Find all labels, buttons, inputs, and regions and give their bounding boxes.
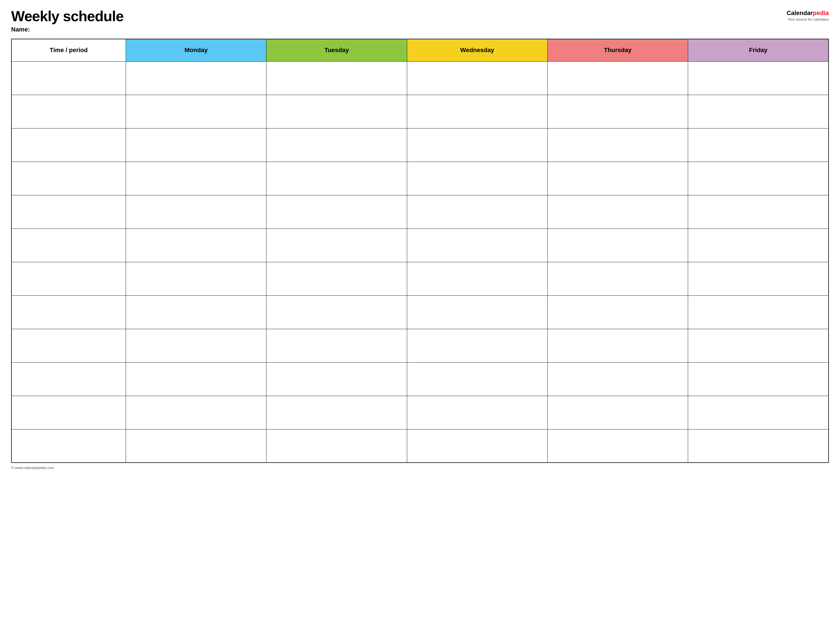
table-cell[interactable] — [547, 195, 688, 229]
col-friday: Friday — [688, 39, 829, 61]
table-cell[interactable] — [407, 362, 547, 396]
table-cell[interactable] — [126, 95, 266, 128]
table-cell[interactable] — [688, 229, 829, 262]
col-time-period: Time / period — [11, 39, 126, 61]
table-cell[interactable] — [11, 195, 126, 229]
table-cell[interactable] — [407, 329, 547, 362]
table-cell[interactable] — [547, 362, 688, 396]
table-cell[interactable] — [267, 61, 407, 95]
table-cell[interactable] — [11, 229, 126, 262]
table-row — [11, 195, 829, 229]
table-cell[interactable] — [407, 262, 547, 295]
table-cell[interactable] — [407, 429, 547, 463]
page-title: Weekly schedule — [11, 8, 123, 24]
table-cell[interactable] — [688, 162, 829, 195]
table-cell[interactable] — [267, 229, 407, 262]
table-cell[interactable] — [126, 295, 266, 329]
table-cell[interactable] — [407, 195, 547, 229]
table-cell[interactable] — [11, 396, 126, 429]
logo-red-text: pedia — [813, 9, 829, 16]
table-cell[interactable] — [126, 128, 266, 162]
table-cell[interactable] — [547, 429, 688, 463]
table-cell[interactable] — [11, 95, 126, 128]
table-row — [11, 362, 829, 396]
table-cell[interactable] — [407, 95, 547, 128]
table-cell[interactable] — [547, 396, 688, 429]
table-cell[interactable] — [547, 162, 688, 195]
table-cell[interactable] — [11, 362, 126, 396]
table-row — [11, 162, 829, 195]
col-monday: Monday — [126, 39, 266, 61]
table-cell[interactable] — [126, 429, 266, 463]
table-cell[interactable] — [547, 95, 688, 128]
col-wednesday: Wednesday — [407, 39, 547, 61]
table-cell[interactable] — [547, 61, 688, 95]
table-cell[interactable] — [126, 262, 266, 295]
footer-url: © www.calendarpedia.com — [11, 466, 54, 470]
page-header: Weekly schedule Name: Calendarpedia Your… — [11, 8, 829, 33]
name-label: Name: — [11, 26, 123, 33]
table-cell[interactable] — [267, 95, 407, 128]
table-row — [11, 262, 829, 295]
table-cell[interactable] — [688, 195, 829, 229]
table-cell[interactable] — [407, 162, 547, 195]
table-cell[interactable] — [407, 128, 547, 162]
table-cell[interactable] — [407, 61, 547, 95]
table-cell[interactable] — [126, 396, 266, 429]
table-row — [11, 95, 829, 128]
table-cell[interactable] — [11, 128, 126, 162]
table-cell[interactable] — [11, 295, 126, 329]
table-cell[interactable] — [267, 396, 407, 429]
table-cell[interactable] — [688, 128, 829, 162]
table-row — [11, 295, 829, 329]
table-cell[interactable] — [11, 61, 126, 95]
table-cell[interactable] — [547, 229, 688, 262]
logo-area: Calendarpedia Your source for calendars — [786, 9, 829, 22]
table-cell[interactable] — [267, 195, 407, 229]
table-cell[interactable] — [688, 61, 829, 95]
table-cell[interactable] — [407, 229, 547, 262]
table-cell[interactable] — [547, 128, 688, 162]
table-body — [11, 61, 829, 463]
table-cell[interactable] — [267, 295, 407, 329]
table-cell[interactable] — [11, 162, 126, 195]
table-cell[interactable] — [688, 95, 829, 128]
logo-text: Calendarpedia — [786, 9, 829, 17]
table-cell[interactable] — [126, 329, 266, 362]
footer: © www.calendarpedia.com — [11, 466, 829, 470]
header-row: Time / period Monday Tuesday Wednesday T… — [11, 39, 829, 61]
table-cell[interactable] — [11, 429, 126, 463]
table-row — [11, 229, 829, 262]
table-cell[interactable] — [688, 362, 829, 396]
title-area: Weekly schedule Name: — [11, 8, 123, 33]
table-cell[interactable] — [267, 128, 407, 162]
table-cell[interactable] — [547, 329, 688, 362]
table-row — [11, 429, 829, 463]
schedule-table: Time / period Monday Tuesday Wednesday T… — [11, 39, 829, 463]
table-cell[interactable] — [407, 396, 547, 429]
table-row — [11, 396, 829, 429]
table-cell[interactable] — [11, 262, 126, 295]
table-cell[interactable] — [688, 429, 829, 463]
table-cell[interactable] — [688, 396, 829, 429]
table-row — [11, 329, 829, 362]
table-cell[interactable] — [407, 295, 547, 329]
table-cell[interactable] — [688, 329, 829, 362]
table-cell[interactable] — [126, 61, 266, 95]
table-cell[interactable] — [126, 229, 266, 262]
table-cell[interactable] — [547, 295, 688, 329]
table-cell[interactable] — [267, 329, 407, 362]
table-cell[interactable] — [11, 329, 126, 362]
table-cell[interactable] — [267, 162, 407, 195]
table-cell[interactable] — [126, 195, 266, 229]
table-cell[interactable] — [126, 162, 266, 195]
table-cell[interactable] — [267, 362, 407, 396]
table-cell[interactable] — [126, 362, 266, 396]
table-cell[interactable] — [547, 262, 688, 295]
table-cell[interactable] — [267, 262, 407, 295]
table-row — [11, 128, 829, 162]
table-cell[interactable] — [267, 429, 407, 463]
table-cell[interactable] — [688, 295, 829, 329]
col-thursday: Thursday — [547, 39, 688, 61]
table-cell[interactable] — [688, 262, 829, 295]
